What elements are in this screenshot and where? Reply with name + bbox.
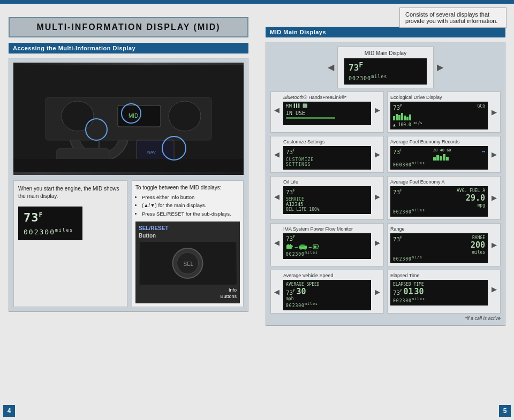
fuel-rec-row: Average Fuel Economy Records 73F 20 40 6… [390, 139, 497, 170]
left-content-box: H MID NAV [9, 58, 248, 312]
eco-content: Ecological Drive Display 73F GCG [390, 95, 488, 129]
info-buttons-label: InfoButtons [139, 287, 237, 300]
eco-value-row: ▲ 100.0 mi/s [393, 121, 485, 127]
fuel-records-display: Average Fuel Economy Records 73F 20 40 6… [387, 136, 501, 173]
bt-progress-bar [286, 117, 335, 119]
eco-screen: 73F GCG [390, 102, 488, 129]
eco-bar-5 [404, 116, 406, 120]
page-number-right: 5 [499, 405, 511, 417]
top-bar-left [0, 0, 257, 4]
power-display: ◀ IMA System Power Flow Monitor 73F [270, 223, 384, 267]
oil-temp: 73F [286, 189, 295, 196]
range-right-arrow: ▶ [491, 241, 497, 249]
bt-left-arrow: ◀ [274, 106, 280, 114]
eco-bar-2 [396, 114, 398, 120]
cust-label: CUSTOMIZE [286, 157, 368, 162]
eco-bar-6 [406, 117, 409, 120]
range-value: 200 [471, 240, 485, 250]
range-odo: 002300mi/s [393, 255, 485, 262]
eco-bar-3 [398, 115, 400, 120]
svg-rect-22 [286, 245, 292, 249]
eco-right-arrow: ▶ [491, 108, 497, 116]
range-temp: 73F [393, 235, 402, 243]
bt-top-row: RM ▌▌▌ ▓▓ [286, 103, 368, 109]
fuel-a-display: Average Fuel Economy A 73F AVG. FUEL A 2… [387, 176, 501, 220]
bullet-1: Press either Info button [142, 194, 240, 201]
svg-text:SEL: SEL [184, 261, 194, 267]
elapsed-temp: 73F [393, 289, 402, 296]
speed-temp: 73F [286, 289, 295, 296]
svg-rect-27 [300, 245, 305, 247]
engine-start-text: When you start the engine, the MID shows… [18, 185, 123, 200]
fbar-1 [433, 157, 436, 161]
oil-title: Oil Life [283, 179, 371, 185]
bluetooth-row: ◀ Bluetooth® HandsFreeLink®* RM ▌▌▌ ▓▓ I… [274, 95, 381, 125]
fuel-bars [433, 153, 451, 161]
center-display-box: MID Main Display 73F 002300miles [337, 47, 434, 88]
svg-rect-24 [290, 244, 291, 246]
elapsed-value-row: 73F 01 30 [393, 287, 485, 296]
speed-value: 30 [296, 287, 306, 296]
cust-left-arrow: ◀ [274, 150, 280, 158]
sel-reset-label: SEL/RESET Button [139, 225, 237, 240]
car-image: H MID NAV [13, 63, 244, 175]
range-label: RANGE [471, 235, 485, 240]
bullet-3: Press SEL/RESET for the sub-displays. [142, 210, 240, 217]
fuel-rec-title: Average Fuel Economy Records [390, 139, 488, 144]
bt-signal-bars: ▌▌▌ [294, 104, 301, 108]
fuel-a-value-area: AVG. FUEL A 29.0 mpg [457, 188, 485, 208]
elapsed-right-arrow: ▶ [491, 285, 497, 293]
power-arrow-1: → [294, 244, 298, 250]
eco-bar-1 [393, 116, 395, 120]
eco-bar-7 [409, 114, 411, 120]
fuel-a-value: 29.0 [457, 193, 485, 203]
eco-top: 73F GCG [393, 104, 485, 111]
speed-unit: mph [286, 296, 368, 301]
speed-left-arrow: ◀ [274, 288, 280, 296]
right-spacer: MID Main Displays [266, 27, 505, 37]
center-display-label: MID Main Display [344, 50, 427, 56]
svg-rect-32 [318, 246, 319, 247]
engine-start-info: When you start the engine, the MID shows… [13, 180, 127, 307]
power-screen: 73F → [283, 233, 371, 259]
right-arrow-center: ▶ [437, 62, 443, 72]
eco-value: 100.0 [398, 123, 411, 127]
eco-row: Ecological Drive Display 73F GCG [390, 95, 497, 129]
elapsed-hours: 01 [403, 287, 413, 296]
fbar-4 [443, 154, 445, 161]
left-section-header: Accessing the Multi-Information Display [9, 43, 248, 54]
fuel-a-row: Average Fuel Economy A 73F AVG. FUEL A 2… [390, 179, 497, 217]
mid-displays-container: ◀ MID Main Display 73F 002300miles ▶ [266, 42, 505, 326]
range-display: Range 73F RANGE 200 miles [387, 223, 501, 267]
svg-rect-14 [13, 159, 244, 172]
speed-content: Average Vehicle Speed AVERAGE SPEED 73F … [283, 273, 371, 310]
center-odo: 002300miles [349, 74, 422, 81]
elapsed-screen: ELAPSED TIME 73F 01 30 002300miles [390, 280, 488, 306]
fuel-rec-temp: 73F [393, 148, 402, 156]
car-image-inner: H MID NAV [13, 63, 244, 175]
elapsed-display: Elapsed Time ELAPSED TIME 73F 01 30 0023… [387, 270, 501, 314]
power-left-arrow: ◀ [274, 239, 280, 247]
elapsed-row: Elapsed Time ELAPSED TIME 73F 01 30 0023… [390, 273, 497, 306]
cust-label-block: CUSTOMIZE SETTINGS [286, 157, 368, 167]
range-title: Range [390, 226, 488, 232]
right-panel: Consists of several displays that provid… [257, 0, 514, 420]
bt-rm: RM [286, 103, 292, 109]
eco-title: Ecological Drive Display [390, 95, 488, 100]
main-title: MULTI-INFORMATION DISPLAY (MID) [15, 22, 242, 32]
oil-screen: 73F SERVICE A12345 OIL LIFE 100% [283, 186, 371, 214]
fuel-a-label: AVG. FUEL A [457, 188, 485, 193]
svg-rect-25 [292, 246, 293, 247]
oil-right-arrow: ▶ [374, 193, 381, 201]
elapsed-odo: 002300miles [393, 297, 485, 303]
toggle-intro: To toggle between the MID displays: [135, 184, 240, 192]
info-boxes-row: When you start the engine, the MID shows… [13, 180, 244, 307]
center-mid-screen: 73F 002300miles [344, 58, 427, 85]
power-row: ◀ IMA System Power Flow Monitor 73F [274, 226, 381, 259]
avg-speed-row: ◀ Average Vehicle Speed AVERAGE SPEED 73… [274, 273, 381, 310]
cust-title: Customize Settings [283, 139, 371, 144]
avg-speed-display: ◀ Average Vehicle Speed AVERAGE SPEED 73… [270, 270, 384, 314]
button-svg: SEL [139, 242, 237, 285]
eco-unit: mi/s [414, 121, 422, 125]
fuel-a-title: Average Fuel Economy A [390, 179, 488, 185]
